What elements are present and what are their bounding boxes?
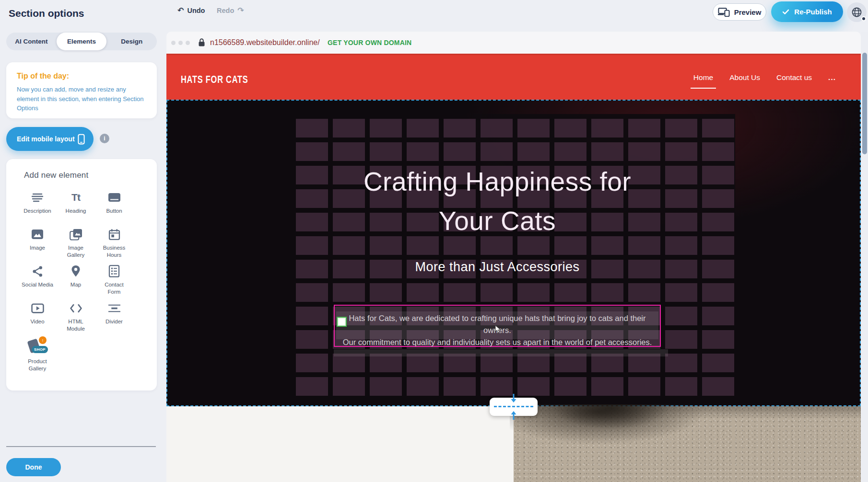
lock-icon	[198, 38, 205, 47]
preview-scrollbar	[861, 32, 868, 482]
hero-subtitle[interactable]: More than Just Accessories	[334, 260, 661, 275]
next-section-background	[166, 406, 514, 482]
tab-elements[interactable]: Elements	[57, 33, 107, 50]
undo-arrow-icon: ↶	[177, 7, 184, 14]
site-nav: Home About Us Contact us ...	[693, 55, 836, 100]
redo-button[interactable]: Redo ↷	[217, 7, 244, 14]
description-lines-icon	[31, 190, 44, 205]
shop-badge: SHOP	[32, 346, 48, 353]
browser-preview: n1566589.websitebuilder.online/ GET YOUR…	[166, 32, 861, 482]
site-logo[interactable]: HATS FOR CATS	[181, 73, 248, 85]
element-map[interactable]: Map	[57, 264, 95, 300]
button-icon	[108, 190, 121, 205]
heading-icon: Tt	[71, 190, 80, 205]
undo-button[interactable]: ↶ Undo	[177, 7, 205, 14]
element-divider[interactable]: Divider	[95, 300, 133, 337]
check-icon	[782, 9, 789, 15]
browser-dots-icon	[171, 41, 190, 45]
nav-more-menu[interactable]: ...	[828, 73, 836, 82]
hero-section-selected[interactable]: Crafting Happiness for Your Cats More th…	[166, 100, 861, 406]
image-gallery-icon	[70, 227, 82, 242]
sidebar-divider	[6, 446, 156, 447]
element-grid: Description Tt Heading Button	[18, 190, 157, 374]
redo-arrow-icon: ↷	[237, 7, 244, 14]
language-globe-button[interactable]	[847, 2, 867, 22]
element-image[interactable]: Image	[18, 227, 57, 264]
sidebar-tab-group: AI Content Elements Design	[6, 33, 157, 50]
video-icon	[31, 300, 44, 316]
element-business-hours[interactable]: Business Hours	[95, 227, 133, 264]
tab-ai-content[interactable]: AI Content	[6, 33, 57, 50]
preview-label: Preview	[734, 8, 762, 16]
element-button[interactable]: Button	[95, 190, 133, 227]
redo-label: Redo	[217, 7, 234, 14]
browser-chrome-bar: n1566589.websitebuilder.online/ GET YOUR…	[166, 32, 861, 54]
globe-status-dot	[861, 16, 866, 21]
edit-mobile-layout-button[interactable]: Edit mobile layout	[6, 127, 94, 151]
preview-button[interactable]: Preview	[713, 3, 766, 21]
ghost-element-band	[334, 349, 668, 356]
tab-design[interactable]: Design	[106, 33, 157, 50]
element-contact-form[interactable]: Contact Form	[95, 264, 133, 300]
nav-about-us[interactable]: About Us	[729, 73, 760, 82]
image-icon	[31, 227, 44, 242]
arrow-up-icon	[510, 409, 517, 420]
contact-form-icon	[108, 264, 120, 279]
globe-icon	[851, 7, 862, 18]
republish-label: Re-Publish	[794, 8, 832, 16]
devices-icon	[718, 7, 730, 17]
website-builder-app: Section options ↶ Undo Redo ↷ Preview Re…	[0, 0, 868, 482]
done-button[interactable]: Done	[6, 458, 61, 476]
site-url[interactable]: n1566589.websitebuilder.online/	[210, 38, 320, 47]
arrow-down-icon	[510, 394, 517, 404]
map-pin-icon	[70, 264, 82, 279]
element-product-gallery[interactable]: ↑ SHOP Product Gallery	[18, 337, 57, 374]
section-boundary-dashes	[494, 406, 533, 407]
get-domain-link[interactable]: GET YOUR OWN DOMAIN	[328, 39, 411, 46]
scrollbar-thumb[interactable]	[862, 53, 867, 154]
add-element-title: Add new element	[6, 171, 157, 180]
add-element-panel: Add new element Description Tt Heading	[6, 159, 157, 390]
social-media-icon	[32, 264, 43, 279]
tip-of-the-day-card: Tip of the day: Now you can add, move an…	[6, 62, 157, 118]
element-social-media[interactable]: Social Media	[18, 264, 57, 300]
gravel-photo	[514, 406, 861, 482]
republish-button[interactable]: Re-Publish	[771, 1, 843, 22]
hero-title[interactable]: Crafting Happiness for Your Cats	[334, 162, 661, 241]
mobile-phone-icon	[78, 134, 85, 145]
nav-home[interactable]: Home	[693, 73, 713, 82]
edit-mobile-label: Edit mobile layout	[17, 135, 75, 143]
element-image-gallery[interactable]: Image Gallery	[57, 227, 95, 264]
upgrade-arrow-badge: ↑	[39, 336, 47, 344]
section-resize-handle[interactable]	[490, 398, 538, 416]
site-header: HATS FOR CATS Home About Us Contact us .…	[166, 54, 861, 100]
hero-content: Crafting Happiness for Your Cats More th…	[334, 101, 661, 405]
mouse-cursor-icon	[495, 325, 501, 334]
divider-icon	[108, 300, 121, 316]
undo-label: Undo	[187, 7, 205, 14]
element-html-module[interactable]: HTML Module	[57, 300, 95, 337]
element-drag-handle[interactable]	[337, 317, 347, 327]
product-gallery-icon: ↑ SHOP	[27, 337, 48, 356]
tip-title: Tip of the day:	[17, 72, 146, 80]
nav-contact-us[interactable]: Contact us	[776, 73, 812, 82]
html-module-icon	[70, 300, 82, 316]
tip-body: Now you can add, move and resize any ele…	[17, 85, 146, 113]
element-description[interactable]: Description	[18, 190, 57, 227]
business-hours-icon	[108, 227, 120, 242]
element-video[interactable]: Video	[18, 300, 57, 337]
page-title: Section options	[9, 8, 84, 19]
info-icon[interactable]: i	[100, 134, 109, 143]
element-heading[interactable]: Tt Heading	[57, 190, 95, 227]
